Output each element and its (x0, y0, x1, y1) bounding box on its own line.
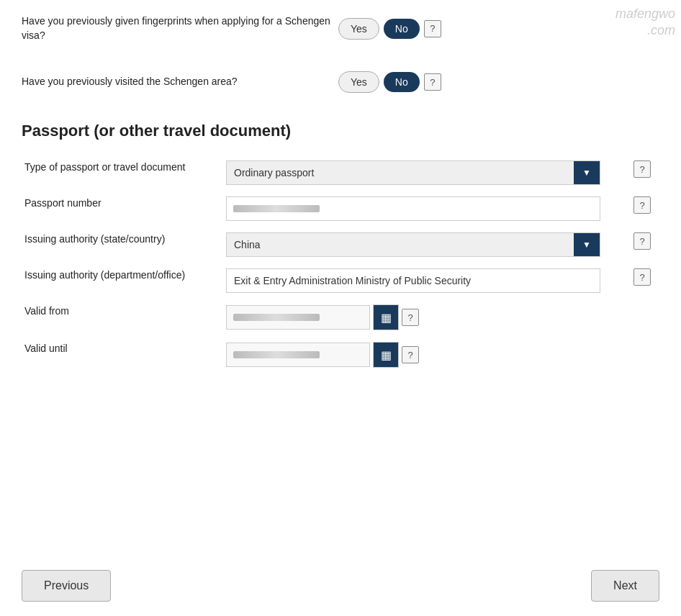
calendar-icon-2: ▦ (381, 348, 392, 362)
visited-help-button[interactable]: ? (424, 73, 441, 91)
authority-dept-help-cell: ? (631, 263, 659, 299)
passport-type-help-cell: ? (631, 155, 659, 191)
passport-section-title: Passport (or other travel document) (22, 122, 659, 140)
valid-until-calendar-button[interactable]: ▦ (373, 342, 399, 368)
fingerprints-btn-group: Yes No ? (338, 18, 441, 40)
valid-until-label: Valid until (22, 336, 223, 373)
valid-until-field: ▦ ? (223, 336, 631, 373)
valid-from-extra-help (631, 299, 659, 336)
valid-from-input-wrapper (226, 305, 370, 330)
passport-number-help-button[interactable]: ? (633, 196, 651, 214)
visited-question: Have you previously visited the Schengen… (22, 71, 659, 100)
valid-until-input[interactable] (226, 343, 370, 367)
authority-country-select-wrapper[interactable]: China ▼ (226, 232, 600, 257)
authority-dept-help-button[interactable]: ? (633, 268, 651, 286)
fingerprints-help-button[interactable]: ? (424, 20, 441, 37)
fingerprints-question-text: Have you previously given fingerprints w… (22, 14, 331, 42)
passport-type-help-button[interactable]: ? (633, 160, 651, 178)
passport-type-row: Type of passport or travel document Ordi… (22, 155, 659, 191)
fingerprints-no-button[interactable]: No (384, 19, 420, 39)
authority-dept-row: Issuing authority (department/office) ? (22, 263, 659, 299)
fingerprints-question: Have you previously given fingerprints w… (22, 14, 659, 50)
visited-question-text: Have you previously visited the Schengen… (22, 75, 331, 89)
passport-type-field: Ordinary passport Official passport Dipl… (223, 155, 631, 191)
valid-until-help-button[interactable]: ? (402, 346, 419, 363)
valid-until-date-wrapper: ▦ ? (226, 342, 628, 368)
passport-number-input[interactable] (226, 196, 600, 221)
authority-dept-input[interactable] (226, 268, 600, 293)
valid-from-label: Valid from (22, 299, 223, 336)
authority-dept-label: Issuing authority (department/office) (22, 263, 223, 299)
valid-until-row: Valid until ▦ ? (22, 336, 659, 373)
passport-type-dropdown-arrow[interactable]: ▼ (574, 161, 600, 184)
authority-country-help-button[interactable]: ? (633, 232, 651, 250)
visited-no-button[interactable]: No (384, 72, 420, 92)
footer: Previous Next (0, 556, 681, 616)
visited-yes-button[interactable]: Yes (338, 71, 379, 93)
valid-until-extra-help (631, 336, 659, 373)
passport-form: Type of passport or travel document Ordi… (22, 155, 659, 373)
passport-number-label: Passport number (22, 191, 223, 227)
authority-dept-field (223, 263, 631, 299)
visited-btn-group: Yes No ? (338, 71, 441, 93)
valid-until-input-wrapper (226, 343, 370, 367)
authority-country-label: Issuing authority (state/country) (22, 227, 223, 263)
previous-button[interactable]: Previous (22, 570, 111, 602)
authority-country-row: Issuing authority (state/country) China … (22, 227, 659, 263)
valid-from-input[interactable] (226, 305, 370, 330)
valid-from-help-button[interactable]: ? (402, 309, 419, 326)
valid-from-date-wrapper: ▦ ? (226, 304, 628, 330)
passport-number-help-cell: ? (631, 191, 659, 227)
fingerprints-yes-button[interactable]: Yes (338, 18, 379, 40)
valid-from-row: Valid from ▦ ? (22, 299, 659, 336)
authority-country-dropdown-arrow[interactable]: ▼ (574, 233, 600, 256)
authority-country-select[interactable]: China (227, 233, 574, 256)
passport-type-label: Type of passport or travel document (22, 155, 223, 191)
next-button[interactable]: Next (591, 570, 659, 602)
authority-country-help-cell: ? (631, 227, 659, 263)
passport-type-select[interactable]: Ordinary passport Official passport Dipl… (227, 161, 574, 184)
calendar-icon: ▦ (381, 311, 392, 325)
valid-from-calendar-button[interactable]: ▦ (373, 304, 399, 330)
valid-from-field: ▦ ? (223, 299, 631, 336)
passport-number-input-wrapper (226, 196, 600, 221)
passport-number-row: Passport number ? (22, 191, 659, 227)
passport-number-field (223, 191, 631, 227)
authority-country-field: China ▼ (223, 227, 631, 263)
passport-type-select-wrapper[interactable]: Ordinary passport Official passport Dipl… (226, 160, 600, 185)
